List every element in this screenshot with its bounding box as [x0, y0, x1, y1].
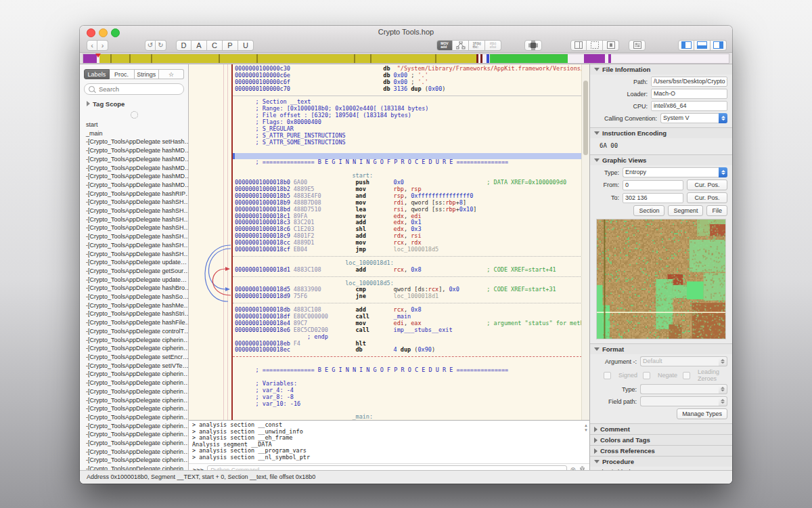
tag-scope-row[interactable]: Tag Scope — [87, 100, 188, 108]
label-list-item[interactable]: -[Crypto_ToolsAppDelegate hashMD… — [80, 146, 188, 155]
asm-row[interactable]: 0000000100000c70db3136 dup (0x00) — [233, 86, 582, 93]
navigation-strip[interactable] — [80, 53, 732, 64]
redo-button[interactable]: ↻ — [156, 40, 166, 51]
toggle-left-panel-button[interactable] — [678, 40, 694, 51]
leading-zeroes-checkbox[interactable] — [683, 372, 690, 379]
mode-procedure-button[interactable]: P — [223, 40, 238, 51]
console-scroll-arrows[interactable]: ▲▼ — [584, 423, 588, 433]
label-list-item[interactable]: -[Crypto_ToolsAppDelegate hashSH… — [80, 232, 188, 241]
calling-convention-select[interactable]: System V — [660, 113, 727, 123]
label-list-item[interactable]: -[Crypto_ToolsAppDelegate hashSo… — [80, 293, 188, 301]
label-list-item[interactable]: -[Crypto_ToolsAppDelegate setIVTe… — [80, 362, 188, 371]
toggle-right-panel-button[interactable] — [710, 40, 727, 51]
minimap-segment[interactable] — [83, 54, 97, 63]
label-list-item[interactable]: -[Crypto_ToolsAppDelegate getSour… — [80, 267, 188, 276]
minimap-segment[interactable] — [99, 54, 476, 63]
disassembly-view[interactable]: 0000000100000c30db"/System/Library/Frame… — [189, 64, 589, 420]
graph-type-select[interactable]: Entropy — [623, 167, 727, 177]
back-button[interactable]: ‹ — [87, 40, 97, 51]
asm-row[interactable]: 00000001000018cfEB04jmploc_1000018d5 — [233, 247, 582, 253]
to-field[interactable]: 302 136 — [623, 193, 683, 203]
dashed-box-button[interactable] — [587, 40, 603, 51]
label-list-item[interactable]: -[Crypto_ToolsAppDelegate update… — [80, 276, 188, 284]
label-list-item[interactable]: -[Crypto_ToolsAppDelegate hashBro… — [80, 284, 188, 293]
section-button[interactable]: Section — [633, 205, 664, 216]
search-input[interactable] — [97, 85, 179, 93]
minimap-segment[interactable] — [584, 54, 605, 63]
comment-header[interactable]: Comment — [590, 424, 732, 434]
minimap-segment[interactable] — [608, 54, 611, 63]
format-type-select[interactable] — [640, 384, 727, 394]
label-list-item[interactable]: -[Crypto_ToolsAppDelegate hashMD… — [80, 155, 188, 164]
label-list-item[interactable]: -[Crypto_ToolsAppDelegate cipherin… — [80, 336, 188, 345]
field-path-select[interactable] — [640, 396, 727, 406]
label-list-item[interactable]: -[Crypto_ToolsAppDelegate cipherin… — [80, 379, 188, 387]
tab-favorites[interactable]: ☆ — [159, 69, 184, 79]
asm-comment-row[interactable]: ; var_10: -16 — [233, 401, 582, 408]
forward-button[interactable]: › — [97, 40, 108, 51]
label-list-item[interactable]: -[Crypto_ToolsAppDelegate update… — [80, 258, 188, 267]
label-list-item[interactable]: -[Crypto_ToolsAppDelegate setHash… — [80, 137, 188, 146]
hex-view-button[interactable]: 1F(b)f5c: — [469, 40, 485, 51]
tab-procedures[interactable]: Proc. — [110, 69, 135, 79]
asm-label-row[interactable]: _main: — [233, 414, 582, 420]
label-list-item[interactable]: _main — [80, 129, 188, 138]
cross-references-header[interactable]: Cross References — [590, 446, 732, 456]
minimize-button[interactable] — [99, 28, 108, 37]
label-list-item[interactable]: -[Crypto_ToolsAppDelegate cipherin… — [80, 413, 188, 422]
label-list-item[interactable]: -[Crypto_ToolsAppDelegate hashSH… — [80, 207, 188, 215]
asm-row[interactable]: 00000001000018e6E8C5CD0200callimp___stub… — [233, 327, 582, 334]
close-button[interactable] — [87, 28, 95, 37]
label-list-item[interactable]: -[Crypto_ToolsAppDelegate hashSH… — [80, 250, 188, 259]
label-list-item[interactable]: -[Crypto_ToolsAppDelegate controlT… — [80, 327, 188, 336]
manage-types-button[interactable]: Manage Types — [677, 408, 727, 419]
mini-window-button[interactable] — [603, 40, 619, 51]
pseudocode-view-button[interactable]: if(b)else — [485, 40, 501, 51]
asm-comment-row[interactable]: ; S_ATTR_SOME_INSTRUCTIONS — [233, 140, 582, 146]
search-field[interactable] — [84, 83, 184, 95]
negate-checkbox[interactable] — [643, 372, 650, 379]
label-list-item[interactable]: -[Crypto_ToolsAppDelegate cipherin… — [80, 422, 188, 431]
asm-row[interactable]: 00000001000018d975F6jneloc_1000018d1 — [233, 293, 582, 300]
from-cur-pos-button[interactable]: Cur. Pos. — [687, 179, 727, 190]
zoom-button[interactable] — [111, 28, 120, 37]
label-list-item[interactable]: -[Crypto_ToolsAppDelegate hashMD… — [80, 172, 188, 181]
title-bar[interactable]: Crypto Tools.hop — [80, 26, 732, 38]
label-list-item[interactable]: -[Crypto_ToolsAppDelegate hashSH… — [80, 224, 188, 232]
file-information-header[interactable]: File Information — [590, 64, 732, 75]
label-list-item[interactable]: -[Crypto_ToolsAppDelegate cipherin… — [80, 448, 188, 457]
minimap-segment[interactable] — [480, 54, 482, 63]
label-list-item[interactable]: -[Crypto_ToolsAppDelegate setEncr… — [80, 353, 188, 362]
label-list-item[interactable]: -[Crypto_ToolsAppDelegate hashMD… — [80, 164, 188, 173]
label-list-item[interactable]: -[Crypto_ToolsAppDelegate cipherin… — [80, 456, 188, 465]
label-list-item[interactable]: -[Crypto_ToolsAppDelegate hashMD… — [80, 181, 188, 190]
label-list-item[interactable]: -[Crypto_ToolsAppDelegate cipherin… — [80, 465, 188, 470]
entropy-graphic[interactable] — [596, 219, 726, 339]
label-list-item[interactable]: -[Crypto_ToolsAppDelegate cipherin… — [80, 387, 188, 396]
label-list-item[interactable]: start — [80, 121, 188, 129]
to-cur-pos-button[interactable]: Cur. Pos. — [687, 192, 727, 203]
tab-labels[interactable]: Labels — [84, 69, 110, 79]
toggle-bottom-panel-button[interactable] — [694, 40, 710, 51]
minimap-segment[interactable] — [476, 54, 478, 63]
asm-comment-row[interactable]: ; =============== B E G I N N I N G O F … — [233, 367, 582, 374]
loader-field[interactable]: Mach-O — [651, 89, 727, 99]
label-list-item[interactable]: -[Crypto_ToolsAppDelegate cipherin… — [80, 430, 188, 439]
undo-button[interactable]: ↺ — [145, 40, 156, 51]
signed-checkbox[interactable] — [604, 372, 611, 379]
path-field[interactable]: /Users/bsr/Desktop/Crypto Tools.a — [651, 77, 727, 87]
mode-ascii-button[interactable]: A — [191, 40, 207, 51]
procedure-header[interactable]: Procedure — [590, 457, 732, 467]
log-console[interactable]: > analysis section __const> analysis sec… — [189, 420, 589, 463]
settings-button[interactable] — [629, 40, 646, 51]
from-field[interactable]: 0 — [623, 180, 683, 190]
gear-icon[interactable] — [131, 111, 138, 119]
code-scrollbar[interactable] — [581, 64, 589, 420]
cpu-button[interactable] — [524, 40, 542, 51]
label-list-item[interactable]: -[Crypto_ToolsAppDelegate hashSH… — [80, 215, 188, 224]
assembly-view-button[interactable]: MOVadd — [436, 40, 453, 51]
asm-row[interactable]: 00000001000018ecdb4 dup (0x90) — [233, 347, 582, 354]
label-list-item[interactable]: -[Crypto_ToolsAppDelegate hashRIP… — [80, 190, 188, 198]
label-list-item[interactable]: -[Crypto_ToolsAppDelegate cipherin… — [80, 396, 188, 405]
label-list-item[interactable]: -[Crypto_ToolsAppDelegate cipherin… — [80, 344, 188, 353]
